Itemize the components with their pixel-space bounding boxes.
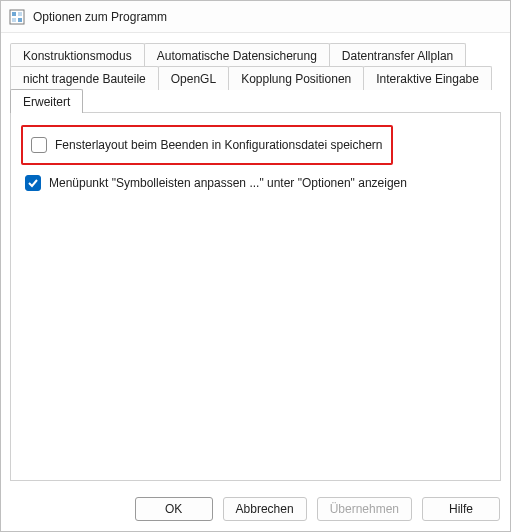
tab-kopplung-positionen[interactable]: Kopplung Positionen [228, 66, 364, 90]
app-icon [9, 9, 25, 25]
tab-panel-erweitert: Fensterlayout beim Beenden in Konfigurat… [10, 112, 501, 481]
svg-rect-4 [18, 18, 22, 22]
svg-rect-1 [12, 12, 16, 16]
program-options-dialog: Optionen zum Programm Konstruktionsmodus… [0, 0, 511, 532]
tab-erweitert[interactable]: Erweitert [10, 89, 83, 113]
tab-label: Erweitert [23, 95, 70, 109]
checkbox-fensterlayout[interactable] [31, 137, 47, 153]
tab-opengl[interactable]: OpenGL [158, 66, 229, 90]
tab-autodatensicherung[interactable]: Automatische Datensicherung [144, 43, 330, 67]
tab-label: nicht tragende Bauteile [23, 72, 146, 86]
svg-rect-2 [18, 12, 22, 16]
dialog-buttons: OK Abbrechen Übernehmen Hilfe [1, 489, 510, 531]
checkbox-symbolleisten[interactable] [25, 175, 41, 191]
tab-interaktive-eingabe[interactable]: Interaktive Eingabe [363, 66, 492, 90]
window-title: Optionen zum Programm [33, 10, 167, 24]
tabstrip: Konstruktionsmodus Automatische Datensic… [10, 43, 501, 113]
content: Konstruktionsmodus Automatische Datensic… [1, 33, 510, 489]
tab-label: Automatische Datensicherung [157, 49, 317, 63]
tab-datentransfer-allplan[interactable]: Datentransfer Allplan [329, 43, 466, 67]
highlight-box: Fensterlayout beim Beenden in Konfigurat… [21, 125, 393, 165]
ok-button[interactable]: OK [135, 497, 213, 521]
tab-label: OpenGL [171, 72, 216, 86]
option-label: Fensterlayout beim Beenden in Konfigurat… [55, 138, 383, 152]
tab-label: Kopplung Positionen [241, 72, 351, 86]
apply-button[interactable]: Übernehmen [317, 497, 412, 521]
titlebar: Optionen zum Programm [1, 1, 510, 33]
tab-label: Interaktive Eingabe [376, 72, 479, 86]
tab-label: Konstruktionsmodus [23, 49, 132, 63]
tab-nicht-tragende-bauteile[interactable]: nicht tragende Bauteile [10, 66, 159, 90]
help-button[interactable]: Hilfe [422, 497, 500, 521]
option-symbolleisten-anzeigen[interactable]: Menüpunkt "Symbolleisten anpassen ..." u… [21, 169, 490, 197]
cancel-button[interactable]: Abbrechen [223, 497, 307, 521]
tab-konstruktionsmodus[interactable]: Konstruktionsmodus [10, 43, 145, 67]
tab-label: Datentransfer Allplan [342, 49, 453, 63]
option-label: Menüpunkt "Symbolleisten anpassen ..." u… [49, 176, 407, 190]
option-fensterlayout-speichern[interactable]: Fensterlayout beim Beenden in Konfigurat… [27, 131, 387, 159]
svg-rect-3 [12, 18, 16, 22]
